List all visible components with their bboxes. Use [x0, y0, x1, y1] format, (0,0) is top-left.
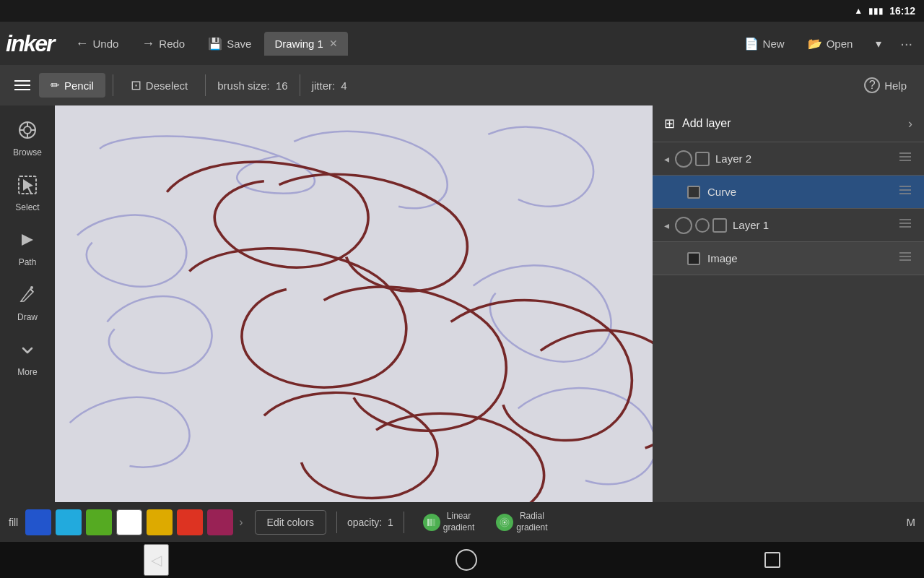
sidebar-item-draw[interactable]: Draw: [3, 276, 52, 331]
color-swatch-purple[interactable]: [207, 509, 233, 535]
layer2-visibility-icon[interactable]: [675, 150, 692, 168]
sidebar-item-browse[interactable]: Browse: [3, 111, 52, 166]
layer1-menu-icon[interactable]: [898, 216, 912, 234]
bottom-bar: fill › Edit colors opacity: 1 Lineargrad…: [0, 502, 924, 542]
toolbar-divider3: [300, 74, 300, 96]
layer2-name: Layer 2: [715, 152, 898, 165]
svg-rect-23: [430, 519, 432, 526]
svg-rect-22: [427, 519, 430, 526]
layer1-type-icon: [695, 218, 710, 233]
menu-icon[interactable]: [6, 73, 39, 98]
save-button[interactable]: 💾 Save: [198, 31, 261, 56]
color-swatch-green[interactable]: [86, 509, 112, 535]
curve-checkbox[interactable]: [687, 186, 700, 199]
help-button[interactable]: ? Help: [853, 72, 918, 99]
layer2-row[interactable]: ◂ Layer 2: [653, 142, 924, 176]
bottom-divider: [336, 512, 337, 533]
add-layer-arrow: ›: [908, 116, 912, 131]
new-button[interactable]: 📄 New: [734, 31, 795, 56]
svg-point-9: [30, 286, 33, 289]
curve-sublayer-name: Curve: [707, 186, 898, 198]
layer1-folder-icon: [712, 218, 727, 233]
color-swatch-white[interactable]: [116, 509, 142, 535]
redo-icon: →: [141, 36, 154, 51]
toolbar-divider2: [205, 74, 206, 96]
right-panel: ⊞ Add layer › ◂ Layer 2 Curve: [653, 105, 924, 502]
m-button[interactable]: M: [907, 516, 916, 528]
deselect-icon: ⊡: [131, 77, 141, 93]
new-icon: 📄: [744, 37, 759, 51]
layer1-row[interactable]: ◂ Layer 1: [653, 209, 924, 242]
toolbar-divider: [113, 74, 113, 96]
sidebar-item-select[interactable]: Select: [3, 166, 52, 221]
radial-gradient-button[interactable]: Radialgradient: [487, 505, 556, 539]
recent-apps-button[interactable]: [764, 552, 780, 568]
color-swatch-red[interactable]: [177, 509, 203, 535]
pencil-tool-button[interactable]: ✏ Pencil: [39, 73, 105, 98]
layer2-type-icon: [695, 152, 710, 166]
more-label: More: [17, 367, 37, 377]
layer2-menu-icon[interactable]: [898, 150, 912, 168]
sidebar-item-more[interactable]: More: [3, 331, 52, 386]
color-expand-icon[interactable]: ›: [239, 516, 243, 529]
path-label: Path: [19, 257, 37, 267]
browse-icon: [17, 120, 38, 144]
app-logo: inker: [6, 30, 53, 57]
browse-label: Browse: [13, 147, 42, 158]
svg-rect-24: [433, 519, 435, 526]
top-toolbar: inker ← Undo → Redo 💾 Save Drawing 1 ✕ 📄…: [0, 22, 924, 65]
undo-button[interactable]: ← Undo: [65, 30, 128, 57]
svg-point-27: [504, 521, 506, 523]
pencil-icon: ✏: [51, 79, 60, 92]
radial-gradient-icon: [496, 514, 513, 531]
curve-sublayer-row[interactable]: Curve: [653, 176, 924, 209]
edit-colors-button[interactable]: Edit colors: [255, 510, 326, 535]
redo-button[interactable]: → Redo: [131, 30, 195, 57]
curve-menu-icon[interactable]: [898, 183, 912, 201]
layer1-chevron: ◂: [664, 220, 669, 231]
image-checkbox[interactable]: [687, 252, 700, 265]
image-menu-icon[interactable]: [898, 249, 912, 267]
android-nav-bar: ◁: [0, 542, 924, 578]
color-swatch-blue[interactable]: [25, 509, 51, 535]
image-sublayer-row[interactable]: Image: [653, 242, 924, 275]
image-sublayer-name: Image: [707, 252, 898, 264]
drawing-tab[interactable]: Drawing 1 ✕: [264, 32, 348, 56]
layer1-visibility-icon[interactable]: [675, 217, 692, 234]
canvas-drawing: [55, 105, 653, 502]
deselect-button[interactable]: ⊡ Deselect: [119, 72, 199, 99]
add-layer-icon: ⊞: [664, 116, 675, 131]
select-label: Select: [15, 202, 39, 212]
second-toolbar: ✏ Pencil ⊡ Deselect brush size: 16 jitte…: [0, 65, 924, 105]
tab-close-button[interactable]: ✕: [329, 38, 338, 49]
brush-size-label: brush size: 16: [217, 79, 287, 92]
linear-gradient-button[interactable]: Lineargradient: [414, 505, 483, 539]
open-button[interactable]: 📂 Open: [798, 31, 863, 56]
open-icon: 📂: [808, 37, 822, 51]
draw-label: Draw: [17, 312, 38, 322]
more-dots-button[interactable]: ···: [894, 33, 918, 55]
clock: 16:12: [889, 5, 915, 17]
select-icon: [17, 175, 38, 199]
svg-marker-7: [23, 179, 33, 194]
back-button[interactable]: ◁: [144, 544, 169, 576]
home-button[interactable]: [456, 549, 477, 571]
fill-label: fill: [9, 517, 18, 528]
main-content: Browse Select Path: [0, 105, 924, 502]
layer2-chevron: ◂: [664, 153, 669, 165]
left-sidebar: Browse Select Path: [0, 105, 55, 502]
undo-icon: ←: [75, 36, 88, 51]
save-icon: 💾: [208, 37, 222, 51]
chevron-down-icon: ▾: [876, 37, 881, 51]
linear-gradient-icon: [423, 514, 440, 531]
canvas-area[interactable]: [55, 105, 653, 502]
jitter-label: jitter: 4: [312, 79, 347, 92]
color-swatch-cyan[interactable]: [56, 509, 82, 535]
color-swatch-orange[interactable]: [147, 509, 173, 535]
dropdown-button[interactable]: ▾: [866, 31, 892, 56]
sidebar-item-path[interactable]: Path: [3, 221, 52, 276]
svg-marker-8: [22, 234, 33, 246]
add-layer-button[interactable]: ⊞ Add layer ›: [653, 105, 924, 142]
path-icon: [17, 230, 38, 254]
opacity-label: opacity: 1: [347, 517, 393, 528]
